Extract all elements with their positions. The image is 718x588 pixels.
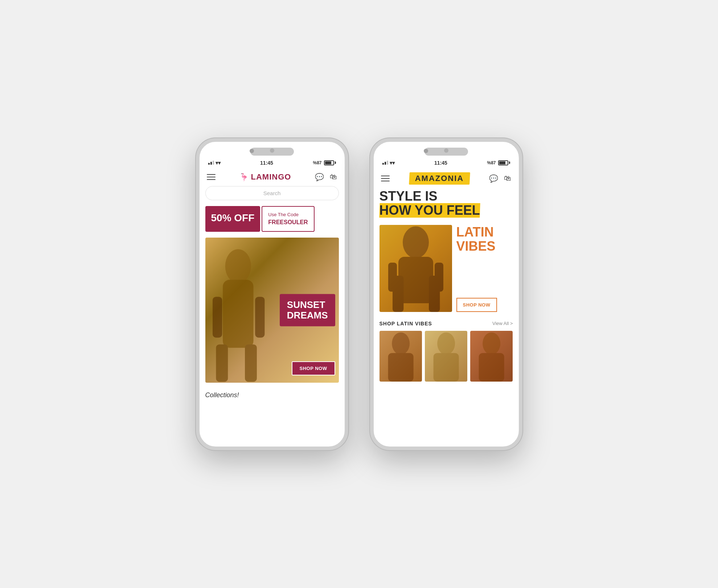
hero-title-line1: SUNSET <box>287 299 325 310</box>
hero-title: SUNSET DREAMS <box>287 300 328 320</box>
signal-bar-2-2 <box>385 162 386 165</box>
latin-title-line2: VIBES <box>456 239 513 254</box>
amazonia-brand-name: AMAZONIA <box>409 172 470 185</box>
latin-hero-image <box>379 225 452 312</box>
view-all-button[interactable]: View All > <box>492 321 513 326</box>
battery-percent-2: %87 <box>487 160 496 165</box>
hamburger-line-3 <box>207 179 216 180</box>
wifi-icon-2: ▾▾ <box>390 160 395 166</box>
nav-icons-2: 💬 🛍 <box>489 174 511 183</box>
latin-shop-now-button[interactable]: SHOP NOW <box>456 298 497 312</box>
hero-figure-svg <box>213 245 267 383</box>
hero-shop-now-button[interactable]: SHOP NOW <box>292 361 335 375</box>
chat-icon[interactable]: 💬 <box>315 173 324 181</box>
amazonia-logo: AMAZONIA <box>409 172 470 185</box>
headline-part2: HOW YOU FEEL <box>379 203 480 218</box>
signal-icon <box>208 161 214 165</box>
svg-point-6 <box>403 226 429 258</box>
status-time-2: 11:45 <box>434 160 447 166</box>
product-figure-1 <box>379 331 422 382</box>
flamingo-icon: 🦩 <box>239 173 249 181</box>
latin-vibes-title: LATIN VIBES <box>456 225 513 254</box>
battery-fill <box>325 161 332 164</box>
hero-text-overlay: SUNSET DREAMS <box>280 294 335 326</box>
shop-product-grid <box>379 331 513 382</box>
promo-banner: 50% OFF Use The Code FREESOULER <box>205 206 339 232</box>
battery-fill-2 <box>499 161 506 164</box>
hamburger-line-5 <box>381 178 390 179</box>
svg-rect-11 <box>435 263 443 292</box>
bag-icon-2[interactable]: 🛍 <box>504 174 511 183</box>
lamingo-logo: 🦩 LAMINGO <box>239 172 291 182</box>
svg-rect-4 <box>213 297 222 338</box>
product-figure-2 <box>425 331 467 382</box>
promo-code-value: FREESOULER <box>268 218 308 227</box>
svg-rect-1 <box>223 280 253 348</box>
status-left: ▾▾ <box>208 160 221 166</box>
lamingo-scroll-content: Search 50% OFF Use The Code FREESOULER <box>200 186 345 447</box>
latin-text-side: LATIN VIBES SHOP NOW <box>456 225 513 312</box>
lamingo-brand-name: LAMINGO <box>251 172 291 182</box>
hamburger-line-1 <box>207 174 216 175</box>
shop-grid-item-1[interactable] <box>379 331 422 382</box>
status-bar-amazonia: ▾▾ 11:45 %87 <box>374 142 519 169</box>
hamburger-line-2 <box>207 177 216 177</box>
status-right: %87 <box>313 160 336 165</box>
battery-tip <box>335 161 336 164</box>
wifi-icon: ▾▾ <box>216 160 221 166</box>
battery-percent: %87 <box>313 160 321 165</box>
hamburger-line-4 <box>381 176 390 176</box>
svg-rect-5 <box>255 297 264 338</box>
promo-use-code-label: Use The Code <box>268 211 308 218</box>
hero-image: SUNSET DREAMS <box>205 238 339 383</box>
shop-section-header: SHOP LATIN VIBES View All > <box>379 321 513 326</box>
chat-icon-2[interactable]: 💬 <box>489 174 498 183</box>
battery-tip-2 <box>509 161 510 164</box>
svg-rect-13 <box>388 353 413 382</box>
svg-point-14 <box>437 332 455 354</box>
nav-icons: 💬 🛍 <box>315 173 337 181</box>
app-nav-lamingo: 🦩 LAMINGO 💬 🛍 <box>200 169 345 186</box>
promo-discount: 50% OFF <box>205 206 260 232</box>
app-nav-amazonia: AMAZONIA 💬 🛍 <box>374 169 519 189</box>
promo-code-section: Use The Code FREESOULER <box>262 206 314 232</box>
svg-point-16 <box>483 332 500 354</box>
svg-rect-7 <box>398 257 433 303</box>
battery-body-2 <box>498 160 508 165</box>
status-left-2: ▾▾ <box>382 160 395 166</box>
phone-lamingo: ▾▾ 11:45 %87 🦩 LAMINGO 💬 🛍 <box>196 138 348 450</box>
shop-grid-item-2[interactable] <box>425 331 467 382</box>
latin-figure-svg <box>379 225 452 312</box>
bag-icon[interactable]: 🛍 <box>330 173 337 181</box>
svg-point-12 <box>392 332 410 354</box>
signal-bar-3 <box>213 161 214 165</box>
headline-section: STYLE IS HOW YOU FEEL <box>379 189 513 218</box>
search-input[interactable]: Search <box>205 186 339 200</box>
signal-bar-1 <box>208 163 210 165</box>
collections-label: Collections! <box>205 388 339 402</box>
latin-vibes-section: LATIN VIBES SHOP NOW <box>379 225 513 312</box>
hamburger-line-6 <box>381 181 390 181</box>
shop-grid-item-3[interactable] <box>470 331 513 382</box>
battery-body <box>324 160 334 165</box>
hamburger-menu[interactable] <box>207 174 216 180</box>
svg-rect-15 <box>433 353 459 382</box>
signal-bar-2-3 <box>387 161 388 165</box>
signal-bar-2-1 <box>382 163 384 165</box>
shop-section-title: SHOP LATIN VIBES <box>379 321 432 326</box>
status-bar-lamingo: ▾▾ 11:45 %87 <box>200 142 345 169</box>
status-right-2: %87 <box>487 160 510 165</box>
svg-rect-3 <box>245 344 257 382</box>
signal-bar-2 <box>210 162 212 165</box>
hamburger-menu-2[interactable] <box>381 176 390 181</box>
battery-icon <box>324 160 336 165</box>
battery-icon-2 <box>498 160 510 165</box>
svg-point-0 <box>225 249 251 283</box>
hero-section-lamingo: SUNSET DREAMS SHOP NOW <box>205 238 339 383</box>
amazonia-scroll-content: STYLE IS HOW YOU FEEL <box>374 189 519 447</box>
headline-text: STYLE IS HOW YOU FEEL <box>379 189 513 218</box>
status-time: 11:45 <box>260 160 273 166</box>
signal-icon-2 <box>382 161 388 165</box>
headline-highlight-wrapper: HOW YOU FEEL <box>379 203 480 218</box>
phone-camera <box>250 149 254 153</box>
